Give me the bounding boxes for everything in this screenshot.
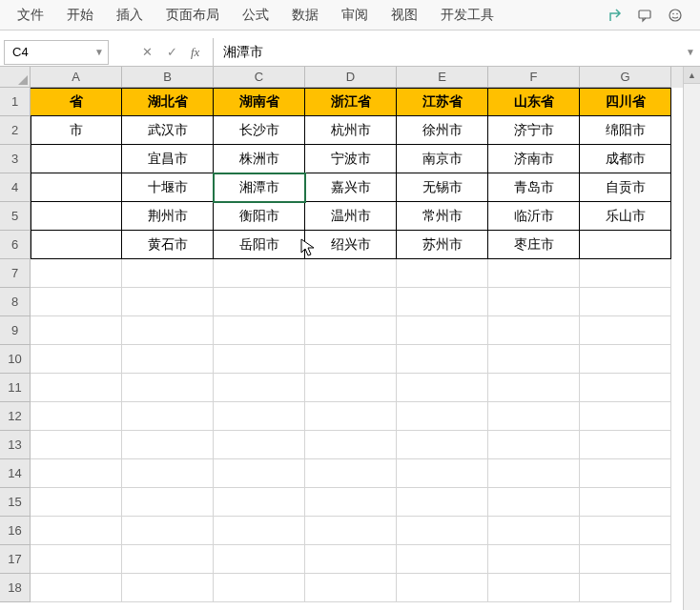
cell-F4[interactable]: 青岛市 — [488, 173, 580, 202]
cell-F8[interactable] — [488, 288, 580, 316]
cell-E6[interactable]: 苏州市 — [397, 231, 488, 259]
cell-D13[interactable] — [305, 431, 397, 459]
cell-C4[interactable]: 湘潭市 — [214, 173, 305, 202]
cell-D6[interactable]: 绍兴市 — [305, 231, 397, 259]
row-header-4[interactable]: 4 — [0, 173, 31, 202]
cell-F9[interactable] — [488, 316, 580, 345]
smile-icon[interactable] — [666, 6, 685, 25]
cell-F7[interactable] — [488, 259, 580, 288]
cell-C3[interactable]: 株洲市 — [214, 145, 305, 173]
cell-D5[interactable]: 温州市 — [305, 202, 397, 231]
cell-C10[interactable] — [214, 345, 305, 374]
cell-F5[interactable]: 临沂市 — [488, 202, 580, 231]
accept-formula-icon[interactable]: ✓ — [160, 42, 183, 63]
cell-B1[interactable]: 湖北省 — [122, 88, 214, 116]
cell-G12[interactable] — [580, 402, 671, 431]
cell-A12[interactable] — [31, 402, 122, 431]
menu-home[interactable]: 开始 — [57, 3, 103, 28]
cell-D8[interactable] — [305, 288, 397, 316]
cell-G13[interactable] — [580, 431, 671, 459]
cell-C15[interactable] — [214, 488, 305, 517]
cell-D3[interactable]: 宁波市 — [305, 145, 397, 173]
cell-E17[interactable] — [397, 545, 488, 574]
row-header-13[interactable]: 13 — [0, 431, 31, 459]
cell-D15[interactable] — [305, 488, 397, 517]
col-header-B[interactable]: B — [122, 67, 214, 88]
cell-C1[interactable]: 湖南省 — [214, 88, 305, 116]
cell-G9[interactable] — [580, 316, 671, 345]
cell-G11[interactable] — [580, 374, 671, 402]
menu-view[interactable]: 视图 — [381, 3, 427, 28]
cell-F18[interactable] — [488, 574, 580, 602]
row-header-14[interactable]: 14 — [0, 459, 31, 488]
cell-D1[interactable]: 浙江省 — [305, 88, 397, 116]
cell-B17[interactable] — [122, 545, 214, 574]
cell-F2[interactable]: 济宁市 — [488, 116, 580, 145]
cell-B12[interactable] — [122, 402, 214, 431]
cell-A18[interactable] — [31, 574, 122, 602]
cell-G5[interactable]: 乐山市 — [580, 202, 671, 231]
cell-A17[interactable] — [31, 545, 122, 574]
cell-E12[interactable] — [397, 402, 488, 431]
col-header-E[interactable]: E — [397, 67, 488, 88]
cell-F17[interactable] — [488, 545, 580, 574]
name-box[interactable]: C4 ▼ — [4, 40, 109, 65]
cell-D18[interactable] — [305, 574, 397, 602]
cell-E15[interactable] — [397, 488, 488, 517]
cell-F15[interactable] — [488, 488, 580, 517]
col-header-D[interactable]: D — [305, 67, 397, 88]
row-header-15[interactable]: 15 — [0, 488, 31, 517]
cell-C16[interactable] — [214, 517, 305, 545]
cell-G15[interactable] — [580, 488, 671, 517]
cell-C5[interactable]: 衡阳市 — [214, 202, 305, 231]
col-header-A[interactable]: A — [31, 67, 122, 88]
cell-D16[interactable] — [305, 517, 397, 545]
cell-C6[interactable]: 岳阳市 — [214, 231, 305, 259]
cell-D9[interactable] — [305, 316, 397, 345]
select-all-corner[interactable] — [0, 67, 31, 88]
cell-G7[interactable] — [580, 259, 671, 288]
cell-F16[interactable] — [488, 517, 580, 545]
cell-E10[interactable] — [397, 345, 488, 374]
cell-D11[interactable] — [305, 374, 397, 402]
cell-E7[interactable] — [397, 259, 488, 288]
cell-C2[interactable]: 长沙市 — [214, 116, 305, 145]
cell-G3[interactable]: 成都市 — [580, 145, 671, 173]
cell-E14[interactable] — [397, 459, 488, 488]
cell-D14[interactable] — [305, 459, 397, 488]
cell-A10[interactable] — [31, 345, 122, 374]
cell-C12[interactable] — [214, 402, 305, 431]
cell-A15[interactable] — [31, 488, 122, 517]
share-icon[interactable] — [605, 6, 624, 25]
cell-B14[interactable] — [122, 459, 214, 488]
cell-D17[interactable] — [305, 545, 397, 574]
cell-A3[interactable] — [31, 145, 122, 173]
row-header-5[interactable]: 5 — [0, 202, 31, 231]
cell-B15[interactable] — [122, 488, 214, 517]
cell-A2[interactable]: 市 — [31, 116, 122, 145]
cell-F14[interactable] — [488, 459, 580, 488]
cell-F6[interactable]: 枣庄市 — [488, 231, 580, 259]
cell-D10[interactable] — [305, 345, 397, 374]
cell-B18[interactable] — [122, 574, 214, 602]
cell-B2[interactable]: 武汉市 — [122, 116, 214, 145]
cell-B6[interactable]: 黄石市 — [122, 231, 214, 259]
row-header-17[interactable]: 17 — [0, 545, 31, 574]
cell-B4[interactable]: 十堰市 — [122, 173, 214, 202]
cell-E2[interactable]: 徐州市 — [397, 116, 488, 145]
expand-formula-icon[interactable]: ▼ — [681, 47, 700, 57]
comment-icon[interactable] — [635, 6, 654, 25]
cell-E4[interactable]: 无锡市 — [397, 173, 488, 202]
cell-E3[interactable]: 南京市 — [397, 145, 488, 173]
cell-B9[interactable] — [122, 316, 214, 345]
cell-A8[interactable] — [31, 288, 122, 316]
cell-C18[interactable] — [214, 574, 305, 602]
cell-G8[interactable] — [580, 288, 671, 316]
cell-F11[interactable] — [488, 374, 580, 402]
cell-B8[interactable] — [122, 288, 214, 316]
cell-E16[interactable] — [397, 517, 488, 545]
cell-E11[interactable] — [397, 374, 488, 402]
row-header-7[interactable]: 7 — [0, 259, 31, 288]
row-header-18[interactable]: 18 — [0, 574, 31, 602]
cell-A11[interactable] — [31, 374, 122, 402]
